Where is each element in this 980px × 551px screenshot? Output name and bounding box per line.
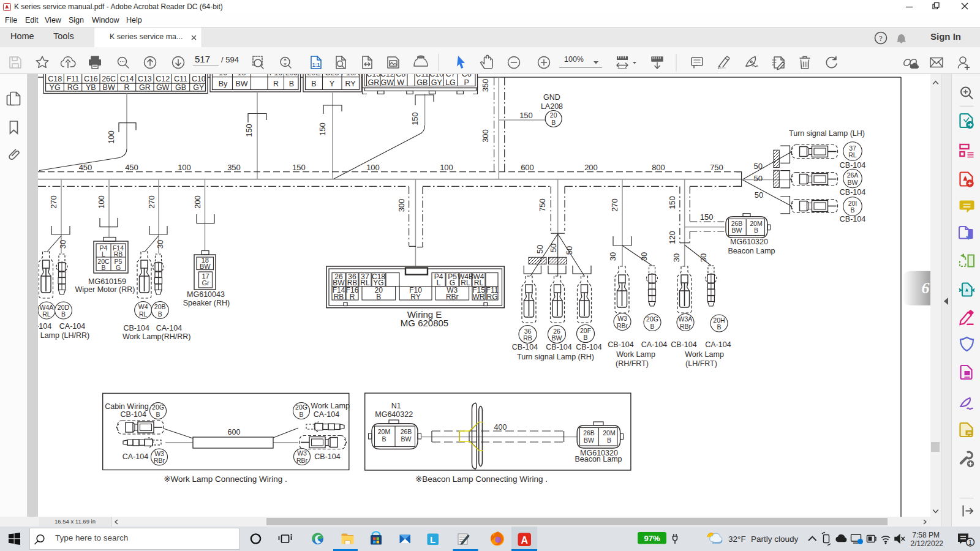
- svg-text:W3: W3: [617, 315, 627, 322]
- svg-text:CB-104: CB-104: [608, 340, 633, 349]
- svg-text:GY: GY: [431, 78, 443, 87]
- svg-text:26C: 26C: [102, 75, 116, 83]
- svg-text:By: By: [219, 80, 228, 88]
- svg-text:RBr: RBr: [617, 322, 628, 329]
- svg-text:MG640322: MG640322: [375, 410, 413, 419]
- svg-text:W4: W4: [138, 303, 148, 310]
- svg-text:50: 50: [549, 244, 558, 252]
- svg-text:CB-104: CB-104: [840, 188, 865, 197]
- svg-text:50: 50: [753, 174, 762, 183]
- svg-text:RL: RL: [42, 310, 51, 318]
- svg-text:150: 150: [700, 212, 714, 222]
- svg-text:B: B: [754, 227, 758, 234]
- svg-text:CB-104: CB-104: [38, 322, 51, 331]
- svg-text:W4A: W4A: [40, 304, 54, 311]
- svg-text:Turn signal Lamp (RH): Turn signal Lamp (RH): [517, 353, 594, 361]
- svg-text:20G: 20G: [295, 403, 307, 411]
- svg-text:450: 450: [125, 163, 138, 172]
- svg-text:RBr: RBr: [680, 323, 692, 330]
- svg-text:BW: BW: [732, 227, 742, 234]
- svg-text:G: G: [116, 264, 121, 271]
- svg-text:Work Lamp(RH/RR): Work Lamp(RH/RR): [123, 332, 191, 341]
- svg-text:YG: YG: [50, 83, 61, 92]
- svg-text:350: 350: [227, 163, 241, 172]
- svg-text:RY: RY: [410, 293, 420, 301]
- svg-text:20M: 20M: [750, 220, 762, 227]
- svg-text:20I: 20I: [848, 200, 858, 207]
- svg-text:A: A: [521, 535, 529, 545]
- svg-text:LG: LG: [445, 78, 456, 87]
- svg-text:RBr: RBr: [446, 293, 459, 301]
- svg-text:C23: C23: [325, 74, 339, 77]
- svg-text:RB: RB: [334, 293, 344, 301]
- svg-text:RB: RB: [114, 250, 123, 258]
- svg-text:200: 200: [584, 163, 598, 172]
- svg-text:20J: 20J: [285, 74, 298, 77]
- svg-text:B: B: [156, 411, 160, 418]
- svg-text:B: B: [607, 437, 611, 444]
- svg-text:120: 120: [668, 231, 677, 244]
- svg-text:50: 50: [755, 190, 763, 200]
- svg-text:36: 36: [524, 328, 532, 335]
- svg-text:Lamp (LH/RR): Lamp (LH/RR): [40, 331, 90, 340]
- svg-text:RL: RL: [139, 310, 148, 318]
- svg-text:Work Lamp: Work Lamp: [616, 350, 655, 359]
- svg-text:B: B: [382, 435, 386, 443]
- svg-text:BW: BW: [584, 437, 594, 444]
- svg-text:CA-104: CA-104: [705, 340, 731, 349]
- svg-text:B: B: [717, 323, 721, 331]
- svg-text:150: 150: [519, 111, 533, 120]
- svg-text:N1: N1: [391, 402, 401, 410]
- svg-text:Work Lamp: Work Lamp: [685, 350, 724, 359]
- svg-text:450: 450: [79, 163, 92, 172]
- svg-text:26A: 26A: [847, 171, 859, 179]
- svg-text:F16: F16: [270, 74, 283, 77]
- svg-text:B: B: [101, 264, 105, 271]
- svg-text:750: 750: [538, 198, 547, 212]
- svg-text:MG 620805: MG 620805: [401, 318, 448, 328]
- svg-text:Partly cloudy: Partly cloudy: [751, 534, 799, 544]
- svg-text:MG610159: MG610159: [88, 277, 126, 286]
- svg-text:GND: GND: [543, 93, 560, 102]
- svg-text:100: 100: [440, 163, 453, 172]
- svg-text:CB-104: CB-104: [840, 161, 865, 170]
- svg-text:Beacon Lamp: Beacon Lamp: [728, 247, 775, 255]
- svg-text:GW: GW: [156, 83, 170, 92]
- svg-text:Cabin Wiring: Cabin Wiring: [105, 402, 149, 411]
- svg-text:Gr: Gr: [202, 279, 209, 287]
- svg-text:600: 600: [228, 428, 241, 437]
- svg-text:RB: RB: [523, 334, 532, 342]
- svg-text:BW: BW: [401, 435, 412, 443]
- svg-text:CA-104: CA-104: [156, 324, 182, 332]
- svg-text:(RH/FRT): (RH/FRT): [616, 359, 649, 368]
- svg-text:26B: 26B: [583, 429, 595, 437]
- svg-text:6: 6: [922, 279, 930, 297]
- svg-text:CA-104: CA-104: [59, 322, 85, 331]
- svg-text:30: 30: [699, 253, 708, 262]
- svg-text:※Work Lamp Connecting Wiring .: ※Work Lamp Connecting Wiring .: [164, 474, 287, 484]
- svg-text:YB: YB: [86, 83, 96, 92]
- svg-text:CB-104: CB-104: [121, 410, 146, 419]
- svg-text:CB-104: CB-104: [512, 343, 538, 351]
- svg-text:RG: RG: [487, 293, 498, 301]
- svg-text:100: 100: [178, 163, 191, 172]
- svg-text:97%: 97%: [644, 534, 660, 543]
- svg-text:400: 400: [494, 423, 507, 432]
- svg-text:100: 100: [97, 195, 106, 209]
- svg-text:30: 30: [672, 253, 681, 262]
- svg-text:GR: GR: [139, 83, 151, 92]
- svg-text:20F: 20F: [580, 327, 591, 334]
- svg-text:L: L: [430, 534, 435, 545]
- svg-text:100: 100: [366, 163, 380, 172]
- svg-text:Turn signal Lamp (LH): Turn signal Lamp (LH): [789, 129, 865, 138]
- svg-text:MG610320: MG610320: [730, 238, 768, 246]
- svg-text:20E: 20E: [307, 74, 320, 77]
- svg-text:18: 18: [238, 74, 246, 77]
- svg-text:BW: BW: [848, 179, 858, 186]
- svg-text:600: 600: [521, 163, 534, 172]
- svg-text:W3: W3: [154, 450, 164, 457]
- svg-text:BW: BW: [552, 334, 562, 342]
- svg-text:C10: C10: [192, 75, 206, 83]
- svg-text:(LH/FRT): (LH/FRT): [685, 359, 717, 368]
- svg-text:26: 26: [553, 328, 560, 335]
